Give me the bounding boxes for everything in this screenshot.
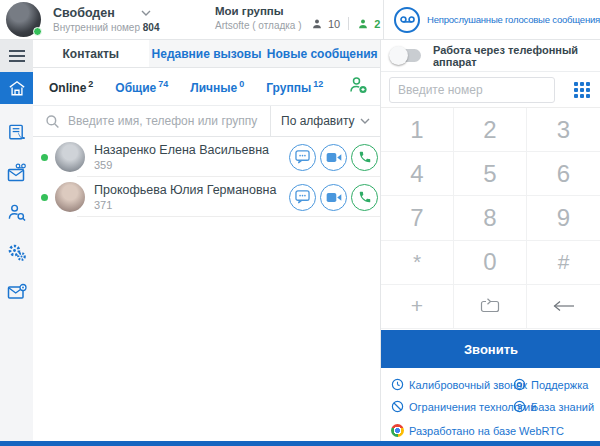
extension-number: Внутренний номер 804 xyxy=(53,22,159,33)
video-call-button[interactable] xyxy=(320,144,347,171)
tab-contacts[interactable]: Контакты xyxy=(33,40,149,67)
sort-value: По алфавиту xyxy=(281,114,355,128)
sidebar-item-home[interactable] xyxy=(0,72,33,104)
chat-icon xyxy=(295,150,310,164)
recent-calls-icon xyxy=(7,123,26,142)
chevron-down-icon xyxy=(141,10,151,16)
divider xyxy=(348,17,349,30)
dialpad-key-9[interactable]: 9 xyxy=(527,196,600,240)
contact-number: 359 xyxy=(94,159,269,171)
online-status-dot xyxy=(33,27,42,36)
presence-dot xyxy=(41,154,48,161)
call-button[interactable] xyxy=(351,184,378,211)
contact-search-row: По алфавиту xyxy=(33,105,380,137)
filter-groups-count: 12 xyxy=(313,79,323,89)
presence-dot xyxy=(41,194,48,201)
filter-personal[interactable]: Личные0 xyxy=(190,79,244,95)
restrictions-link[interactable]: Ограничения технологии xyxy=(391,400,513,413)
call-button[interactable] xyxy=(351,144,378,171)
add-contact-button[interactable] xyxy=(349,76,368,98)
knowledge-base-icon: S xyxy=(513,400,526,413)
contact-name: Прокофьева Юлия Германовна xyxy=(94,183,276,197)
tab-new-messages[interactable]: Новые сообщения xyxy=(264,40,380,67)
redial-key[interactable] xyxy=(454,285,527,329)
group-member-counters: 10 2 xyxy=(311,17,380,30)
dialpad-key-4[interactable]: 4 xyxy=(381,152,454,196)
status-value: Свободен xyxy=(53,6,115,20)
dialer-panel: Работа через телефонный аппарат 1 2 3 4 … xyxy=(380,40,600,446)
sidebar-item-settings[interactable] xyxy=(0,232,33,272)
dialpad: 1 2 3 4 5 6 7 8 9 * 0 # + xyxy=(381,107,600,329)
add-person-icon xyxy=(349,76,368,94)
my-groups-block: Мои группы Artsofte ( отладка ) xyxy=(215,5,302,31)
home-icon xyxy=(8,80,26,97)
knowledge-base-link[interactable]: S База знаний xyxy=(513,400,595,413)
dialpad-key-star[interactable]: * xyxy=(381,241,454,285)
tab-recent-calls[interactable]: Недавние вызовы xyxy=(149,40,265,67)
menu-button[interactable] xyxy=(0,40,33,72)
search-field-wrap xyxy=(33,114,270,129)
redial-icon xyxy=(478,298,502,315)
extension-label: Внутренний номер xyxy=(53,22,140,33)
voicemail-notification[interactable]: Непрослушанные голосовые сообщения xyxy=(383,0,600,39)
dialpad-key-6[interactable]: 6 xyxy=(527,152,600,196)
contact-number: 371 xyxy=(94,199,276,211)
sidebar-item-recent-calls[interactable] xyxy=(0,112,33,152)
webrtc-link[interactable]: Разработано на базе WebRTC xyxy=(391,424,595,437)
contact-row[interactable]: Назаренко Елена Васильевна 359 xyxy=(33,137,380,177)
dialpad-key-plus[interactable]: + xyxy=(381,285,454,329)
hardware-phone-toggle[interactable] xyxy=(391,49,421,62)
top-bar: Свободен Внутренний номер 804 Мои группы… xyxy=(0,0,600,40)
contact-avatar xyxy=(55,182,85,212)
bottom-accent-strip xyxy=(0,441,600,446)
sidebar-item-unknown-messages[interactable] xyxy=(0,272,33,312)
backspace-arrow-icon xyxy=(552,300,576,312)
dialpad-grid-icon[interactable] xyxy=(574,82,590,98)
search-input[interactable] xyxy=(68,114,270,128)
contact-actions xyxy=(289,144,378,171)
contact-avatar xyxy=(55,142,85,172)
dialpad-key-0[interactable]: 0 xyxy=(454,241,527,285)
support-label: Поддержка xyxy=(531,379,588,391)
calibration-call-label: Калибровочный звонок xyxy=(409,379,527,391)
avatar[interactable] xyxy=(6,2,41,37)
dialpad-key-5[interactable]: 5 xyxy=(454,152,527,196)
dialpad-key-7[interactable]: 7 xyxy=(381,196,454,240)
contact-info: Прокофьева Юлия Германовна 371 xyxy=(94,183,276,211)
chat-button[interactable] xyxy=(289,184,316,211)
knowledge-base-label: База знаний xyxy=(531,401,594,413)
chat-button[interactable] xyxy=(289,144,316,171)
number-entry-row xyxy=(381,72,600,107)
dialpad-key-1[interactable]: 1 xyxy=(381,108,454,152)
phone-icon xyxy=(358,150,372,164)
filter-groups[interactable]: Группы12 xyxy=(266,79,323,95)
number-input[interactable] xyxy=(389,77,555,103)
support-link[interactable]: Поддержка xyxy=(513,378,595,391)
backspace-key[interactable] xyxy=(527,285,600,329)
voicemail-mail-icon xyxy=(7,163,27,182)
sort-dropdown[interactable]: По алфавиту xyxy=(270,106,380,136)
sidebar-item-contacts-search[interactable] xyxy=(0,192,33,232)
settings-icon xyxy=(7,243,27,262)
filter-online[interactable]: Online2 xyxy=(49,79,93,95)
contact-info: Назаренко Елена Васильевна 359 xyxy=(94,143,269,171)
contact-name: Назаренко Елена Васильевна xyxy=(94,143,269,157)
filter-shared[interactable]: Общие74 xyxy=(115,79,168,95)
sidebar-item-voicemail[interactable] xyxy=(0,152,33,192)
contact-filters: Online2 Общие74 Личные0 Группы12 xyxy=(33,68,380,105)
contact-row[interactable]: Прокофьева Юлия Германовна 371 xyxy=(33,177,380,217)
dialpad-key-2[interactable]: 2 xyxy=(454,108,527,152)
my-groups-title: Мои группы xyxy=(215,5,302,17)
dialpad-key-8[interactable]: 8 xyxy=(454,196,527,240)
status-dropdown[interactable]: Свободен xyxy=(53,6,159,20)
dial-call-button[interactable]: Звонить xyxy=(381,330,600,368)
voicemail-label: Непрослушанные голосовые сообщения xyxy=(427,14,600,25)
dialpad-key-hash[interactable]: # xyxy=(527,241,600,285)
dialpad-key-3[interactable]: 3 xyxy=(527,108,600,152)
calibration-call-link[interactable]: Калибровочный звонок xyxy=(391,378,513,391)
video-call-button[interactable] xyxy=(320,184,347,211)
calibration-call-icon xyxy=(391,378,404,391)
filter-personal-count: 0 xyxy=(239,79,244,89)
filter-online-count: 2 xyxy=(88,79,93,89)
phone-icon xyxy=(358,190,372,204)
